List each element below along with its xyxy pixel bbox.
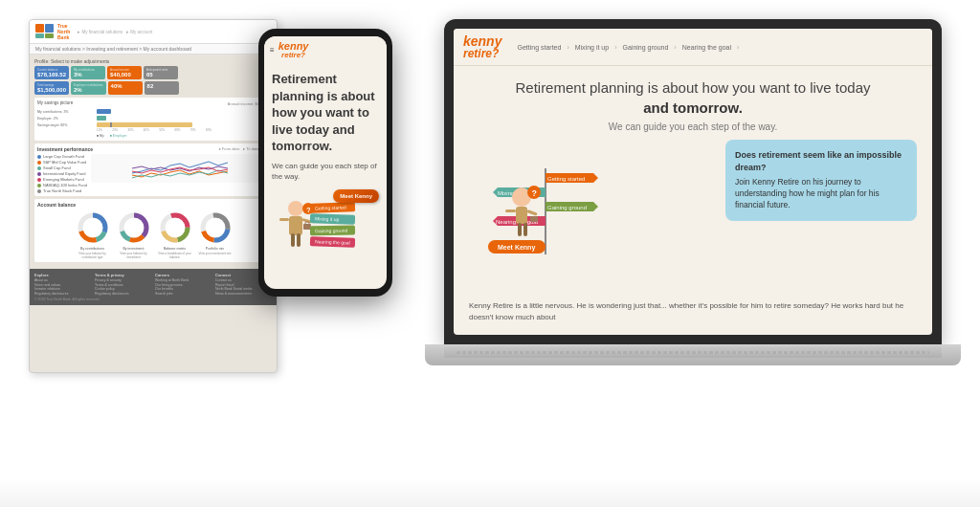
stat-40[interactable]: 40% [108,81,143,95]
desktop-dashboard-content: Profile: Select to make adjustments Curr… [30,55,277,269]
profile-stats-row1: Current balance $78,169.52 My contributi… [34,66,272,79]
stat-value: 82 [147,83,176,89]
about-how-text: about how [662,79,728,96]
stat-value: 2% [74,87,103,93]
laptop-nav-tabs: Getting started › Mixing it up › Gaining… [517,42,739,53]
fund-item: Large Cap Growth Fund [37,154,87,159]
fund-item: S&P Mid Cap Value Fund [37,160,87,165]
stat-label: Anticipated retire [146,68,175,72]
nav-tab-nearing[interactable]: Nearing the goal [682,42,731,53]
donut-label: Balance matrix [164,247,186,251]
stat-retire[interactable]: Anticipated retire 65 [144,66,178,79]
laptop-screen-outer: kenny retire? Getting started › Mixing i… [444,19,942,344]
scene: TrueNorthBank ▸ My financial solutions ▸… [0,0,980,507]
fund-item: Emerging Markets Fund [37,177,87,182]
donut-contributions: By contributions View your balance by co… [74,209,112,259]
laptop: kenny retire? Getting started › Mixing i… [425,19,961,402]
desktop-footer: Explore About us Vision and values Inves… [30,269,277,305]
hamburger-icon[interactable]: ≡ [270,46,275,55]
laptop-body: Getting started Mixing it up Gaining gro… [469,140,917,293]
svg-rect-40 [516,207,527,224]
footer-col-terms: Terms & privacy Privacy & security Terms… [95,273,151,296]
footer-link: Our benefits [155,287,212,291]
svg-rect-43 [505,209,516,212]
fund-label: S&P Mid Cap Value Fund [43,160,86,165]
fund-item: Small Cap Fund [37,165,87,170]
laptop-logo-accent: retire? [463,48,499,59]
fund-list: Large Cap Growth Fund S&P Mid Cap Value … [37,154,87,193]
stat-balance[interactable]: Current balance $78,169.52 [34,66,69,79]
savings-row: My contributions: 3% [37,109,269,114]
footer-col-title: Explore [34,273,91,277]
desktop-monitor: TrueNorthBank ▸ My financial solutions ▸… [29,19,278,373]
keyboard-keys [457,351,929,354]
legend-employer: Employer [113,134,127,138]
stat-value: 40% [111,83,140,89]
donut-balance-matrix: Balance matrix View a breakdown of your … [156,209,194,259]
savings-title: My savings picture [37,100,73,105]
donut-label: By contributions [80,247,104,251]
svg-text:Meet Kenny: Meet Kenny [498,244,535,252]
nav-tab-gaining[interactable]: Gaining ground [622,42,668,53]
stat-82[interactable]: 82 [145,81,179,95]
svg-rect-23 [297,233,301,247]
fund-label: Large Cap Growth Fund [43,154,84,159]
true-north-logo-text: TrueNorthBank [57,23,70,40]
stat-label: Total savings [37,83,66,87]
phone-main-content: Retirement planning is about how you wan… [264,63,387,289]
investment-title: Investment performance [37,146,93,152]
speech-bubble: Does retirement seem like an impossible … [725,140,917,221]
phone-signpost-area: ? Getting started Mixing it up Gaining g… [272,189,379,256]
footer-link: Regulatory disclosures [34,292,91,296]
profile-section: Profile: Select to make adjustments Curr… [34,58,272,95]
svg-rect-45 [530,216,538,222]
phone-logo-accent: retire? [281,52,305,59]
svg-rect-41 [518,223,522,236]
savings-legend: ■ My ■ Employer [97,134,269,138]
donut-charts: By contributions View your balance by co… [37,209,269,259]
svg-rect-24 [279,218,289,221]
phone-signs: Getting started Mixing it up Gaining gro… [310,203,355,247]
savings-bar-my [97,109,111,114]
donut-sublabel: View your balance by investment [115,252,153,259]
laptop-nav: kenny retire? Getting started › Mixing i… [454,29,932,66]
footer-link: Cookie policy [95,287,151,291]
laptop-right-panel: Does retirement seem like an impossible … [725,140,917,293]
donut-svg [116,209,152,246]
svg-text:?: ? [532,188,538,198]
stat-income[interactable]: Annual income $40,000 [107,66,142,79]
bubble-question: Does retirement seem like an impossible … [735,149,907,173]
fund-label: Small Cap Fund [43,165,71,170]
footer-link: Regulatory disclosures [95,292,151,296]
stat-employer[interactable]: Employer contributions 2% [71,81,106,95]
svg-rect-3 [45,33,54,38]
stat-contributions[interactable]: My contributions 3% [71,66,105,79]
footer-col-title: Terms & privacy [95,273,151,277]
footer-col-title: Careers [155,273,212,277]
laptop-headline-bold: and tomorrow. [469,98,917,118]
stat-value: 65 [146,72,175,77]
laptop-logo: kenny [463,34,501,48]
donut-label: By investment [123,247,145,251]
stat-value: $78,169.52 [37,72,66,77]
phone-nav: ≡ kenny retire? [264,36,387,63]
fund-dot [37,172,41,176]
nav-tab-getting-started[interactable]: Getting started [517,42,561,53]
sign-mixing-it-up: Mixing it up [310,213,355,225]
stat-label: Annual income [110,68,139,72]
savings-row-label: Employer: 2% [37,117,95,121]
phone-subtext: We can guide you each step of the way. [272,161,379,182]
phone-body: ≡ kenny retire? Retirement planning is a… [258,29,392,297]
and-tomorrow-text: and tomorrow [643,99,738,116]
fund-label: Emerging Markets Fund [43,177,84,182]
laptop-base [425,344,961,365]
phone-meet-kenny-button[interactable]: Meet Kenny [333,189,379,203]
fund-dot [37,161,41,165]
laptop-screen-inner: kenny retire? Getting started › Mixing i… [454,29,932,335]
stat-total-savings[interactable]: Total savings $1,500,000 [34,81,69,95]
keyboard-area [444,346,942,358]
nav-tab-mixing[interactable]: Mixing it up [575,42,609,53]
footer-col-careers: Careers Working at North Bank Our hiring… [155,273,212,296]
footer-col-explore: Explore About us Vision and values Inves… [34,273,91,296]
profile-title: Profile: Select to make adjustments [34,58,272,64]
